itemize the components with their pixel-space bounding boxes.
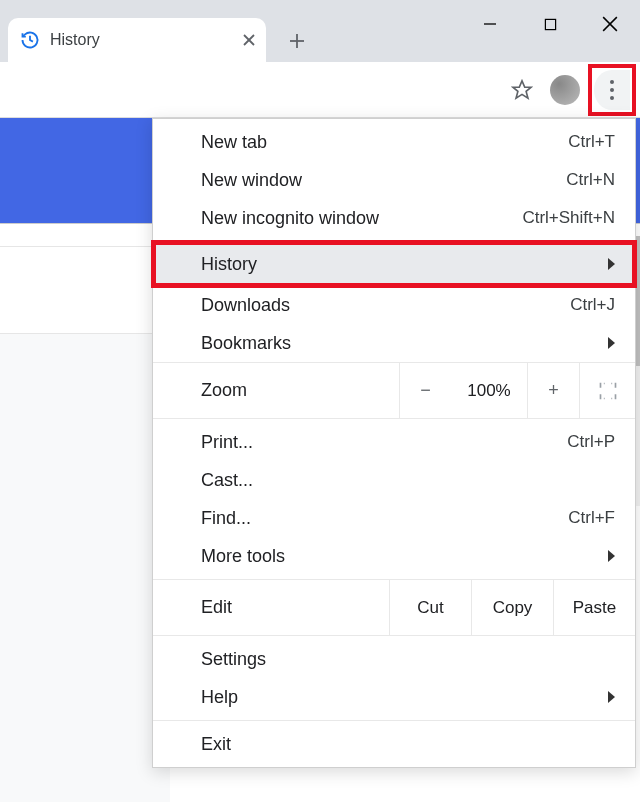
menu-label: Bookmarks xyxy=(201,333,291,354)
kebab-menu-button[interactable] xyxy=(594,70,630,110)
history-icon xyxy=(20,30,40,50)
menu-label: More tools xyxy=(201,546,285,567)
menu-new-window[interactable]: New window Ctrl+N xyxy=(153,161,635,199)
menu-exit[interactable]: Exit xyxy=(153,725,635,763)
tab-title: History xyxy=(50,31,100,49)
zoom-out-button[interactable]: − xyxy=(399,363,451,418)
menu-label: Find... xyxy=(201,508,251,529)
menu-cast[interactable]: Cast... xyxy=(153,461,635,499)
menu-print[interactable]: Print... Ctrl+P xyxy=(153,423,635,461)
window-close-button[interactable] xyxy=(580,0,640,48)
menu-label: New incognito window xyxy=(201,208,379,229)
chevron-right-icon xyxy=(608,258,615,270)
edit-paste-button[interactable]: Paste xyxy=(553,580,635,635)
menu-more-tools[interactable]: More tools xyxy=(153,537,635,575)
menu-edit-row: Edit Cut Copy Paste xyxy=(153,580,635,636)
edit-copy-button[interactable]: Copy xyxy=(471,580,553,635)
menu-shortcut: Ctrl+N xyxy=(566,170,615,190)
edit-label: Edit xyxy=(153,597,389,618)
menu-label: Cast... xyxy=(201,470,253,491)
chevron-right-icon xyxy=(608,550,615,562)
menu-zoom-row: Zoom − 100% + xyxy=(153,363,635,419)
menu-label: Exit xyxy=(201,734,231,755)
menu-shortcut: Ctrl+F xyxy=(568,508,615,528)
page-content: New tab Ctrl+T New window Ctrl+N New inc… xyxy=(0,118,640,802)
maximize-button[interactable] xyxy=(520,0,580,48)
page-section xyxy=(0,246,170,334)
menu-label: Help xyxy=(201,687,238,708)
menu-help[interactable]: Help xyxy=(153,678,635,716)
edit-cut-button[interactable]: Cut xyxy=(389,580,471,635)
menu-label: Downloads xyxy=(201,295,290,316)
svg-rect-5 xyxy=(545,19,555,29)
chrome-menu: New tab Ctrl+T New window Ctrl+N New inc… xyxy=(152,118,636,768)
menu-history[interactable]: History xyxy=(153,242,635,286)
bookmark-star-icon[interactable] xyxy=(502,70,542,110)
chevron-right-icon xyxy=(608,691,615,703)
menu-shortcut: Ctrl+J xyxy=(570,295,615,315)
menu-label: New tab xyxy=(201,132,267,153)
profile-avatar[interactable] xyxy=(550,75,580,105)
fullscreen-button[interactable] xyxy=(579,363,635,418)
menu-shortcut: Ctrl+T xyxy=(568,132,615,152)
menu-downloads[interactable]: Downloads Ctrl+J xyxy=(153,286,635,324)
svg-marker-8 xyxy=(513,80,531,97)
menu-new-incognito[interactable]: New incognito window Ctrl+Shift+N xyxy=(153,199,635,237)
window-controls xyxy=(460,0,640,48)
menu-shortcut: Ctrl+Shift+N xyxy=(522,208,615,228)
zoom-percent: 100% xyxy=(451,381,527,401)
menu-shortcut: Ctrl+P xyxy=(567,432,615,452)
menu-button-highlight xyxy=(588,64,636,116)
browser-toolbar xyxy=(0,62,640,118)
zoom-label: Zoom xyxy=(153,380,399,401)
minimize-button[interactable] xyxy=(460,0,520,48)
new-tab-button[interactable] xyxy=(280,24,314,58)
menu-bookmarks[interactable]: Bookmarks xyxy=(153,324,635,362)
page-background xyxy=(0,334,170,802)
browser-tab[interactable]: History xyxy=(8,18,266,62)
chevron-right-icon xyxy=(608,337,615,349)
menu-label: History xyxy=(201,254,257,275)
menu-label: New window xyxy=(201,170,302,191)
tab-bar: History xyxy=(0,0,640,62)
menu-find[interactable]: Find... Ctrl+F xyxy=(153,499,635,537)
menu-label: Print... xyxy=(201,432,253,453)
close-icon[interactable] xyxy=(242,29,256,52)
menu-settings[interactable]: Settings xyxy=(153,640,635,678)
menu-label: Settings xyxy=(201,649,266,670)
menu-new-tab[interactable]: New tab Ctrl+T xyxy=(153,123,635,161)
zoom-in-button[interactable]: + xyxy=(527,363,579,418)
